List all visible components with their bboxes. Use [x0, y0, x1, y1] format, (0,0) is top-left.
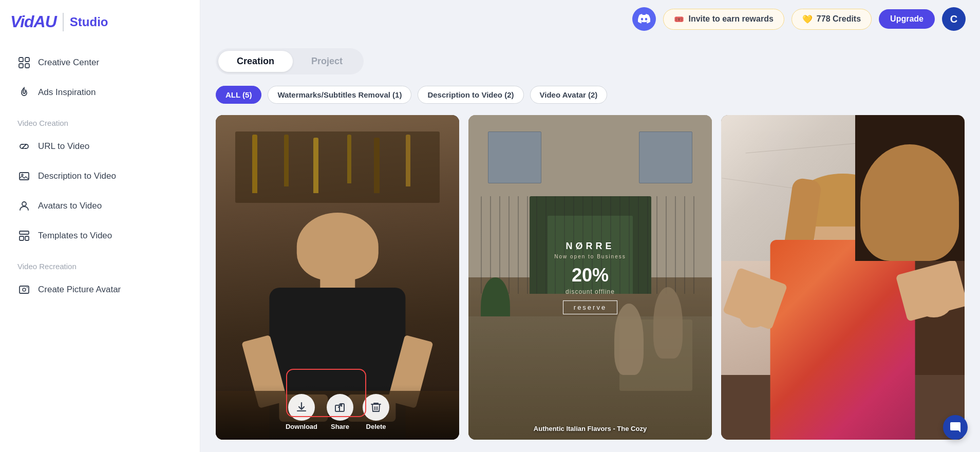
credits-icon: 💛 — [802, 14, 813, 24]
section-video-creation: Video Creation — [10, 114, 190, 129]
video-card-1[interactable]: Download Share — [216, 115, 459, 440]
link-icon — [17, 140, 31, 153]
header: 🎟️ Invite to earn rewards 💛 778 Credits … — [200, 0, 980, 38]
sidebar-item-templates-to-video-label: Templates to Video — [38, 231, 112, 241]
logo-area: VidAU Studio — [10, 12, 190, 31]
tab-creation[interactable]: Creation — [218, 51, 293, 72]
svg-rect-1 — [25, 58, 29, 62]
upgrade-button[interactable]: Upgrade — [879, 9, 935, 29]
filter-desc-to-video[interactable]: Description to Video (2) — [418, 86, 523, 104]
sidebar-item-creative-center[interactable]: Creative Center — [10, 50, 190, 76]
svg-rect-0 — [19, 58, 23, 62]
inset-dark — [855, 115, 965, 261]
video-card-3[interactable] — [721, 115, 965, 440]
filter-watermarks[interactable]: Watermarks/Subtitles Removal (1) — [268, 86, 411, 104]
bottle-4 — [347, 135, 351, 183]
svg-point-5 — [22, 174, 23, 176]
filter-video-avatar[interactable]: Video Avatar (2) — [530, 86, 608, 104]
download-button[interactable]: Download — [286, 394, 317, 430]
main-area: 🎟️ Invite to earn rewards 💛 778 Credits … — [200, 0, 980, 452]
person-icon — [17, 199, 31, 213]
section-video-recreation: Video Recreation — [10, 257, 190, 273]
sidebar-item-description-to-video[interactable]: Description to Video — [10, 163, 190, 189]
bottle-3 — [313, 138, 318, 193]
card1-actions: Download Share — [216, 385, 459, 440]
share-button[interactable]: Share — [327, 394, 353, 430]
discord-button[interactable] — [632, 7, 656, 31]
invite-label: Invite to earn rewards — [688, 14, 773, 24]
invite-button[interactable]: 🎟️ Invite to earn rewards — [663, 9, 784, 30]
svg-point-12 — [27, 287, 28, 288]
flame-icon — [17, 86, 31, 99]
svg-rect-3 — [25, 64, 29, 68]
filter-row: ALL (5) Watermarks/Subtitles Removal (1)… — [216, 86, 965, 104]
sidebar-item-creative-center-label: Creative Center — [38, 58, 99, 68]
restaurant-tagline: Now open to Business — [554, 254, 626, 259]
template-icon — [17, 229, 31, 242]
reserve-button: reserve — [563, 300, 617, 314]
svg-rect-8 — [20, 236, 24, 240]
sidebar-item-ads-inspiration-label: Ads Inspiration — [38, 87, 96, 98]
studio-label: Studio — [70, 15, 108, 29]
sidebar-item-create-picture-avatar[interactable]: Create Picture Avatar — [10, 277, 190, 303]
logo: VidAU — [10, 12, 56, 31]
card2-background: NØRRE Now open to Business 20% discount … — [468, 115, 712, 440]
sidebar-item-ads-inspiration[interactable]: Ads Inspiration — [10, 80, 190, 105]
svg-rect-2 — [19, 64, 23, 68]
credits-button[interactable]: 💛 778 Credits — [791, 9, 872, 30]
video-card-2[interactable]: NØRRE Now open to Business 20% discount … — [468, 115, 712, 440]
bottle-6 — [406, 135, 410, 186]
restaurant-overlay: NØRRE Now open to Business 20% discount … — [468, 115, 712, 440]
restaurant-footer: Authentic Italian Flavors - The Cozy — [468, 425, 712, 432]
bottle-5 — [374, 138, 380, 193]
sidebar-item-url-to-video-label: URL to Video — [38, 141, 89, 152]
sidebar: VidAU Studio Creative Center Ads Inspira… — [0, 0, 200, 452]
bottle-1 — [252, 135, 257, 193]
sidebar-item-url-to-video[interactable]: URL to Video — [10, 134, 190, 159]
sidebar-item-create-picture-avatar-label: Create Picture Avatar — [38, 285, 121, 295]
delete-button[interactable]: Delete — [363, 394, 389, 430]
discount-amount: 20% — [572, 265, 609, 286]
user-avatar[interactable]: C — [942, 7, 966, 31]
tab-project[interactable]: Project — [293, 51, 361, 72]
card3-background — [721, 115, 965, 440]
video-grid: Download Share — [216, 115, 965, 440]
share-icon-circle — [327, 394, 353, 421]
sidebar-item-avatars-to-video[interactable]: Avatars to Video — [10, 193, 190, 219]
svg-point-11 — [23, 288, 26, 291]
content-area: Creation Project ALL (5) Watermarks/Subt… — [200, 38, 980, 452]
tab-group: Creation Project — [216, 48, 364, 74]
sidebar-item-description-to-video-label: Description to Video — [38, 171, 116, 181]
restaurant-name: NØRRE — [566, 241, 614, 252]
svg-rect-7 — [20, 231, 29, 234]
chat-bubble-button[interactable] — [943, 415, 968, 440]
delete-icon-circle — [363, 394, 389, 421]
delete-label: Delete — [366, 423, 386, 430]
credits-label: 778 Credits — [817, 14, 861, 24]
grid-icon — [17, 56, 31, 69]
image-icon — [17, 170, 31, 183]
photo-icon — [17, 283, 31, 296]
logo-divider — [63, 13, 64, 31]
discount-label: discount offline — [566, 288, 615, 295]
svg-point-6 — [22, 202, 26, 206]
download-icon-circle — [288, 394, 315, 421]
svg-rect-9 — [25, 236, 29, 240]
sidebar-item-templates-to-video[interactable]: Templates to Video — [10, 223, 190, 249]
share-label: Share — [331, 423, 349, 430]
sidebar-item-avatars-to-video-label: Avatars to Video — [38, 201, 102, 211]
download-label: Download — [286, 423, 317, 430]
invite-icon: 🎟️ — [674, 14, 684, 24]
filter-all[interactable]: ALL (5) — [216, 86, 261, 104]
bottle-2 — [284, 135, 289, 186]
